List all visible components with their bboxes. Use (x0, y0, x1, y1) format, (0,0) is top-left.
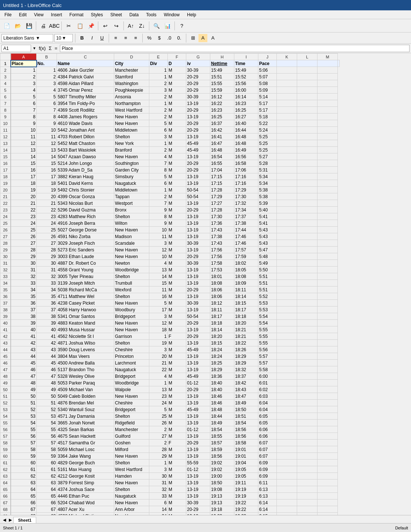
cell-city[interactable]: Hamden (114, 473, 149, 480)
cell-place[interactable]: 7 (11, 107, 37, 113)
menu-item-data[interactable]: Data (126, 11, 142, 18)
cell-city[interactable]: Southington (114, 160, 149, 167)
cell-no[interactable]: 23 (37, 213, 57, 220)
cell-div[interactable]: 20 (149, 353, 168, 360)
cell-d[interactable]: M (168, 260, 186, 267)
cell-empty[interactable] (297, 187, 317, 193)
cell-nettime[interactable]: 18:25 (210, 360, 234, 366)
cell-name[interactable]: 4369 Scott Rodilitz (57, 107, 114, 113)
cell-d[interactable]: M (168, 473, 186, 480)
cell-time[interactable]: 18:08 (234, 273, 258, 280)
cell-iv[interactable]: 13-19 (186, 273, 210, 280)
cell-empty[interactable] (297, 220, 317, 227)
cell-empty[interactable] (317, 74, 338, 80)
cell-time[interactable]: 18:26 (234, 346, 258, 353)
cell-no[interactable]: 20 (37, 193, 57, 200)
cell-time[interactable]: 18:51 (234, 413, 258, 420)
cell-no[interactable]: 30 (37, 260, 57, 267)
cell-city[interactable]: Bridgeport (114, 313, 149, 320)
cell-city[interactable]: Woodbury (114, 306, 149, 313)
cell-place[interactable]: 8 (11, 113, 37, 120)
cell-d[interactable]: M (168, 94, 186, 100)
cell-div[interactable]: 1 (149, 100, 168, 107)
cell-nettime[interactable]: 17:36 (210, 220, 234, 227)
cell-d[interactable]: M (168, 320, 186, 326)
cell-time[interactable]: 15:49 (234, 67, 258, 74)
cell-no[interactable]: 56 (37, 433, 57, 440)
cell-city[interactable]: Madison (114, 233, 149, 240)
cell-empty[interactable] (277, 300, 297, 306)
cell-empty[interactable] (297, 466, 317, 473)
cell-pace[interactable]: 5:53 (258, 306, 277, 313)
cell-no[interactable]: 31 (37, 267, 57, 273)
cell-nettime[interactable]: 16:23 (210, 107, 234, 113)
cell-no[interactable]: 34 (37, 287, 57, 293)
cell-nettime[interactable]: 18:46 (210, 393, 234, 400)
cell-nettime[interactable]: 18:59 (210, 446, 234, 453)
cell-time[interactable]: 19:19 (234, 493, 258, 499)
cell-d[interactable]: M (168, 293, 186, 300)
cell-div[interactable]: 3 (149, 133, 168, 140)
cell-name[interactable]: 5053 Parker Paraq (57, 380, 114, 386)
cell-iv[interactable]: 13-19 (186, 267, 210, 273)
cell-d[interactable]: M (168, 420, 186, 426)
cell-city[interactable]: New Haven (114, 247, 149, 253)
cell-div[interactable]: 4 (149, 373, 168, 380)
cell-time[interactable]: 18:14 (234, 293, 258, 300)
cell-pace[interactable]: 5:08 (258, 80, 277, 87)
cell-no[interactable]: 45 (37, 360, 57, 366)
cell-nettime[interactable]: 17:27 (210, 200, 234, 207)
cell-empty[interactable] (317, 340, 338, 346)
cell-empty[interactable] (297, 433, 317, 440)
cell-place[interactable]: 2 (11, 74, 37, 80)
cell-empty[interactable] (277, 173, 297, 180)
cell-d[interactable]: M (168, 220, 186, 227)
cell-place[interactable]: 54 (11, 420, 37, 426)
cell-place[interactable]: 27 (11, 240, 37, 247)
cell-d[interactable]: M (168, 360, 186, 366)
cell-empty[interactable] (297, 133, 317, 140)
cell-place[interactable]: 62 (11, 473, 37, 480)
cell-d[interactable]: M (168, 87, 186, 94)
cell-d[interactable]: M (168, 140, 186, 147)
cell-pace[interactable]: 5:58 (258, 366, 277, 373)
cell-time[interactable]: 17:16 (234, 173, 258, 180)
cell-d[interactable]: M (168, 273, 186, 280)
col-header-d[interactable]: D (114, 54, 149, 60)
cell-iv[interactable]: 13-19 (186, 233, 210, 240)
cell-d[interactable]: M (168, 187, 186, 193)
cell-city[interactable]: Shelton (114, 273, 149, 280)
cell-div[interactable]: 28 (149, 446, 168, 453)
cell-iv[interactable]: 13-19 (186, 326, 210, 333)
cell-city[interactable]: Garrison (114, 333, 149, 340)
cell-nettime[interactable]: 17:28 (210, 187, 234, 193)
cell-empty[interactable] (277, 473, 297, 480)
cell-empty[interactable] (297, 180, 317, 187)
cell-empty[interactable] (317, 113, 338, 120)
cell-city[interactable]: Manchester (114, 426, 149, 433)
cell-empty[interactable] (277, 74, 297, 80)
cell-pace[interactable]: 5:18 (258, 113, 277, 120)
cell-empty[interactable] (297, 373, 317, 380)
cell-pace[interactable]: 5:25 (258, 133, 277, 140)
col-header-b[interactable]: B (37, 54, 57, 60)
cell-time[interactable]: 16:44 (234, 127, 258, 133)
cell-place[interactable]: 60 (11, 460, 37, 466)
cell-iv[interactable]: 13-19 (186, 433, 210, 440)
cell-city[interactable]: Northampton (114, 100, 149, 107)
cell-no[interactable]: 7 (37, 107, 57, 113)
cell-name[interactable]: 4399 Oscar Gonza (57, 193, 114, 200)
cell-city[interactable]: Woodbridge (114, 267, 149, 273)
cell-name[interactable]: 3003 Ethan Laude (57, 253, 114, 260)
cell-d[interactable]: M (168, 213, 186, 220)
col-header-h[interactable]: H (210, 54, 234, 60)
cell-div[interactable]: 5 (149, 173, 168, 180)
equals-icon[interactable]: = (54, 45, 59, 51)
cell-place[interactable]: 23 (11, 213, 37, 220)
cell-place[interactable]: 39 (11, 320, 37, 326)
bold-button[interactable]: B (78, 34, 86, 42)
cell-place[interactable]: 37 (11, 306, 37, 313)
cell-name[interactable]: 5296 David Guzma (57, 207, 114, 213)
cell-nettime[interactable]: 17:43 (210, 227, 234, 233)
underline-button[interactable]: U (98, 34, 106, 42)
